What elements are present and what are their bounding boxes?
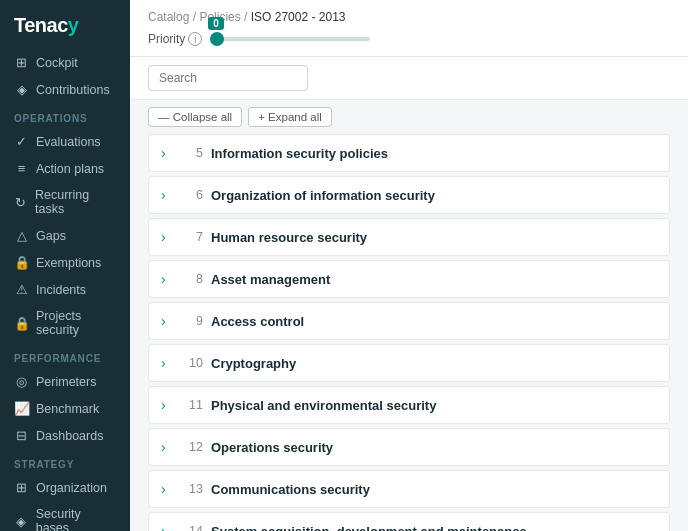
priority-slider-container: 0 — [210, 37, 370, 41]
sidebar-item-security-bases[interactable]: ◈ Security bases — [0, 501, 130, 531]
app-logo: Tenacy — [0, 0, 130, 49]
policy-item[interactable]: › 9 Access control — [148, 302, 670, 340]
section-operations: OPERATIONS — [0, 103, 130, 128]
gaps-icon: △ — [14, 228, 29, 243]
search-input[interactable] — [148, 65, 308, 91]
sidebar-item-exemptions[interactable]: 🔒 Exemptions — [0, 249, 130, 276]
policy-item[interactable]: › 5 Information security policies — [148, 134, 670, 172]
sidebar-item-benchmark[interactable]: 📈 Benchmark — [0, 395, 130, 422]
policy-chevron-icon: › — [161, 355, 175, 371]
policy-number: 10 — [183, 356, 203, 370]
policy-item[interactable]: › 7 Human resource security — [148, 218, 670, 256]
sidebar-item-evaluations[interactable]: ✓ Evaluations — [0, 128, 130, 155]
priority-bubble: 0 — [208, 17, 224, 30]
policy-chevron-icon: › — [161, 187, 175, 203]
policy-item[interactable]: › 13 Communications security — [148, 470, 670, 508]
sidebar-item-action-plans[interactable]: ≡ Action plans — [0, 155, 130, 182]
sidebar-item-gaps[interactable]: △ Gaps — [0, 222, 130, 249]
cockpit-icon: ⊞ — [14, 55, 29, 70]
projects-security-icon: 🔒 — [14, 316, 29, 331]
breadcrumb-current: ISO 27002 - 2013 — [251, 10, 346, 24]
incidents-icon: ⚠ — [14, 282, 29, 297]
sidebar-item-dashboards[interactable]: ⊟ Dashboards — [0, 422, 130, 449]
policy-number: 8 — [183, 272, 203, 286]
benchmark-icon: 📈 — [14, 401, 29, 416]
policy-number: 6 — [183, 188, 203, 202]
main-content: Catalog / Policies / ISO 27002 - 2013 Pr… — [130, 0, 688, 531]
sidebar-item-projects-security[interactable]: 🔒 Projects security — [0, 303, 130, 343]
policy-name: Operations security — [211, 440, 333, 455]
policy-number: 9 — [183, 314, 203, 328]
policy-name: Communications security — [211, 482, 370, 497]
sidebar-item-contributions[interactable]: ◈ Contributions — [0, 76, 130, 103]
evaluations-icon: ✓ — [14, 134, 29, 149]
sidebar-item-cockpit[interactable]: ⊞ Cockpit — [0, 49, 130, 76]
policy-item[interactable]: › 6 Organization of information security — [148, 176, 670, 214]
policy-number: 12 — [183, 440, 203, 454]
priority-info-icon[interactable]: i — [188, 32, 202, 46]
policy-number: 13 — [183, 482, 203, 496]
perimeters-icon: ◎ — [14, 374, 29, 389]
breadcrumb-catalog[interactable]: Catalog — [148, 10, 189, 24]
sidebar-item-incidents[interactable]: ⚠ Incidents — [0, 276, 130, 303]
security-bases-icon: ◈ — [14, 514, 29, 529]
policy-item[interactable]: › 14 System acquisition, development and… — [148, 512, 670, 531]
policy-chevron-icon: › — [161, 439, 175, 455]
breadcrumb: Catalog / Policies / ISO 27002 - 2013 — [148, 10, 670, 24]
policy-chevron-icon: › — [161, 313, 175, 329]
sidebar-item-recurring-tasks[interactable]: ↻ Recurring tasks — [0, 182, 130, 222]
priority-slider[interactable] — [210, 37, 370, 41]
policy-item[interactable]: › 11 Physical and environmental security — [148, 386, 670, 424]
policy-name: Information security policies — [211, 146, 388, 161]
header: Catalog / Policies / ISO 27002 - 2013 Pr… — [130, 0, 688, 57]
sidebar: Tenacy ⊞ Cockpit ◈ Contributions OPERATI… — [0, 0, 130, 531]
policy-name: Cryptography — [211, 356, 296, 371]
policy-chevron-icon: › — [161, 229, 175, 245]
policy-name: Access control — [211, 314, 304, 329]
sidebar-item-perimeters[interactable]: ◎ Perimeters — [0, 368, 130, 395]
exemptions-icon: 🔒 — [14, 255, 29, 270]
policy-number: 5 — [183, 146, 203, 160]
expand-all-button[interactable]: + Expand all — [248, 107, 332, 127]
policy-number: 7 — [183, 230, 203, 244]
policy-name: Asset management — [211, 272, 330, 287]
policy-chevron-icon: › — [161, 397, 175, 413]
policy-name: Physical and environmental security — [211, 398, 436, 413]
organization-icon: ⊞ — [14, 480, 29, 495]
priority-label: Priority i — [148, 32, 202, 46]
policy-chevron-icon: › — [161, 523, 175, 531]
section-strategy: STRATEGY — [0, 449, 130, 474]
section-performance: PERFORMANCE — [0, 343, 130, 368]
collapse-all-button[interactable]: — Collapse all — [148, 107, 242, 127]
policy-item[interactable]: › 12 Operations security — [148, 428, 670, 466]
logo-accent: y — [68, 14, 79, 36]
policy-chevron-icon: › — [161, 481, 175, 497]
dashboards-icon: ⊟ — [14, 428, 29, 443]
policy-number: 14 — [183, 524, 203, 531]
toolbar — [130, 57, 688, 100]
sidebar-item-organization[interactable]: ⊞ Organization — [0, 474, 130, 501]
policy-number: 11 — [183, 398, 203, 412]
policy-list: › 5 Information security policies › 6 Or… — [130, 134, 688, 531]
policy-item[interactable]: › 8 Asset management — [148, 260, 670, 298]
controls-bar: — Collapse all + Expand all — [130, 100, 688, 134]
priority-row: Priority i 0 — [148, 32, 670, 56]
policy-chevron-icon: › — [161, 271, 175, 287]
policy-name: Human resource security — [211, 230, 367, 245]
recurring-tasks-icon: ↻ — [14, 195, 28, 210]
policy-name: Organization of information security — [211, 188, 435, 203]
policy-item[interactable]: › 10 Cryptography — [148, 344, 670, 382]
policy-name: System acquisition, development and main… — [211, 524, 527, 532]
action-plans-icon: ≡ — [14, 161, 29, 176]
contributions-icon: ◈ — [14, 82, 29, 97]
policy-chevron-icon: › — [161, 145, 175, 161]
